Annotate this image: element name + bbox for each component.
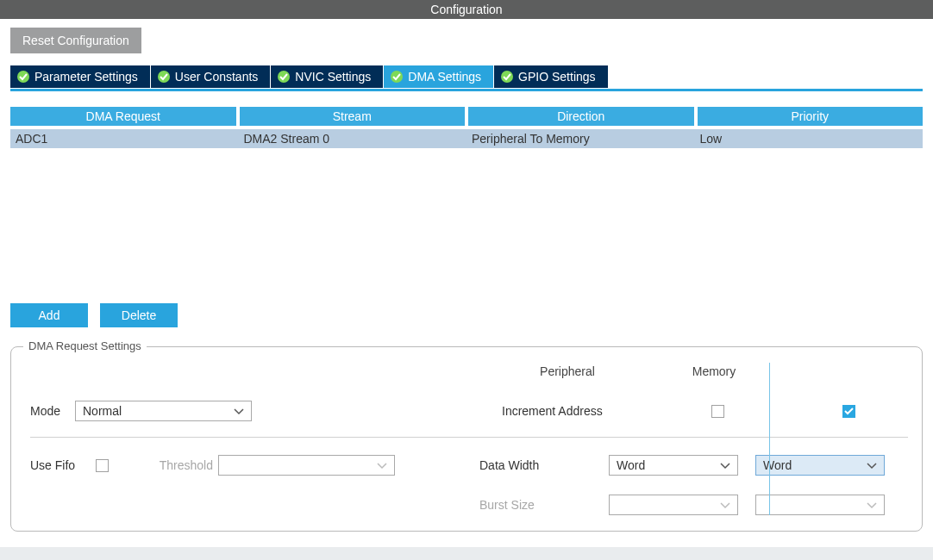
burst-size-peripheral-select[interactable] [609, 495, 738, 515]
increment-memory-checkbox[interactable] [842, 405, 855, 418]
tab-gpio-settings[interactable]: GPIO Settings [494, 65, 608, 88]
tab-label: Parameter Settings [34, 70, 138, 84]
tab-label: User Constants [175, 70, 258, 84]
use-fifo-label: Use Fifo [30, 458, 96, 472]
data-width-label: Data Width [479, 458, 609, 472]
burst-size-label: Burst Size [479, 498, 609, 512]
tab-nvic-settings[interactable]: NVIC Settings [271, 65, 384, 88]
chevron-down-icon [867, 498, 877, 512]
check-icon [391, 71, 403, 83]
delete-button[interactable]: Delete [100, 303, 178, 327]
check-icon [278, 71, 290, 83]
mode-value: Normal [83, 404, 122, 418]
check-icon [501, 71, 513, 83]
increment-peripheral-checkbox[interactable] [711, 405, 724, 418]
dma-table-body[interactable] [10, 148, 923, 295]
chevron-down-icon [720, 458, 730, 472]
dma-request-settings-group: DMA Request Settings Peripheral Memory M… [10, 346, 923, 532]
th-dma-request[interactable]: DMA Request [10, 107, 236, 126]
table-row[interactable]: ADC1 DMA2 Stream 0 Peripheral To Memory … [10, 129, 923, 148]
tab-bar: Parameter Settings User Constants NVIC S… [10, 65, 923, 88]
tab-user-constants[interactable]: User Constants [151, 65, 271, 88]
tab-parameter-settings[interactable]: Parameter Settings [10, 65, 151, 88]
window-title: Configuration [0, 0, 933, 19]
td-priority: Low [695, 129, 924, 148]
peripheral-column-header: Peripheral [503, 364, 632, 378]
check-icon [158, 71, 170, 83]
tab-label: GPIO Settings [518, 70, 595, 84]
data-width-peripheral-value: Word [617, 458, 645, 472]
chevron-down-icon [720, 498, 730, 512]
th-priority[interactable]: Priority [698, 107, 924, 126]
threshold-label: Threshold [153, 458, 218, 472]
td-direction: Peripheral To Memory [466, 129, 695, 148]
chevron-down-icon [234, 404, 244, 418]
th-stream[interactable]: Stream [240, 107, 466, 126]
burst-size-memory-select[interactable] [755, 495, 885, 515]
tab-label: DMA Settings [408, 70, 481, 84]
memory-column-header: Memory [649, 364, 779, 378]
chevron-down-icon [377, 458, 387, 472]
tab-underline [10, 89, 923, 91]
data-width-peripheral-select[interactable]: Word [609, 455, 738, 476]
fieldset-legend: DMA Request Settings [23, 339, 147, 352]
td-stream: DMA2 Stream 0 [239, 129, 467, 148]
column-divider [769, 363, 770, 515]
dma-table: DMA Request Stream Direction Priority AD… [10, 107, 923, 295]
mode-label: Mode [30, 404, 75, 418]
increment-address-label: Increment Address [502, 404, 647, 418]
reset-configuration-button[interactable]: Reset Configuration [10, 28, 141, 53]
data-width-memory-value: Word [763, 458, 792, 472]
add-button[interactable]: Add [10, 303, 88, 327]
data-width-memory-select[interactable]: Word [755, 455, 885, 476]
tab-dma-settings[interactable]: DMA Settings [384, 65, 494, 88]
th-direction[interactable]: Direction [468, 107, 694, 126]
td-request: ADC1 [10, 129, 239, 148]
mode-select[interactable]: Normal [75, 401, 252, 421]
divider [30, 437, 908, 438]
check-icon [17, 71, 29, 83]
tab-label: NVIC Settings [295, 70, 371, 84]
threshold-select[interactable] [218, 455, 395, 476]
chevron-down-icon [867, 458, 877, 472]
use-fifo-checkbox[interactable] [96, 459, 109, 472]
